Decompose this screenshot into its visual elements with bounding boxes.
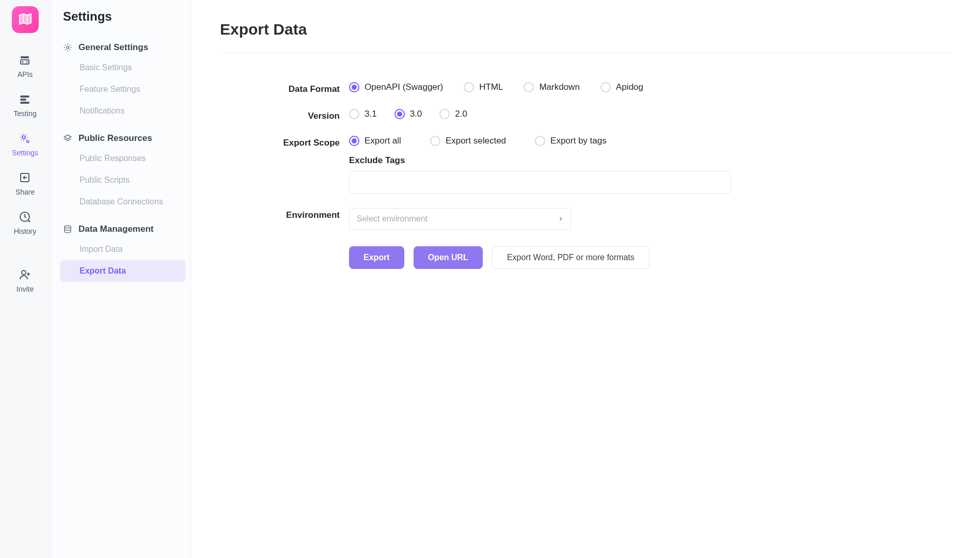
group-general-settings[interactable]: General Settings: [60, 38, 185, 57]
radio-label: Markdown: [539, 82, 579, 92]
label-environment: Environment: [220, 208, 349, 220]
group-label: Data Management: [78, 224, 153, 234]
radio-label: 2.0: [455, 109, 467, 119]
select-environment[interactable]: Select environment: [349, 208, 571, 230]
rail-label: Settings: [12, 149, 38, 157]
rail-label: APIs: [18, 70, 33, 78]
radio-label: OpenAPI (Swagger): [365, 82, 443, 92]
svg-point-12: [67, 46, 69, 49]
history-icon: [19, 211, 31, 223]
subitem-notifications[interactable]: Notifications: [60, 100, 185, 122]
label-exclude-tags: Exclude Tags: [349, 155, 951, 166]
rail-invite[interactable]: Invite: [3, 261, 48, 300]
svg-point-1: [22, 61, 24, 63]
subitem-import-data[interactable]: Import Data: [60, 238, 185, 260]
group-data-management[interactable]: Data Management: [60, 220, 185, 238]
invite-icon: [19, 268, 31, 281]
open-url-button[interactable]: Open URL: [414, 246, 483, 269]
radio-icon: [600, 82, 611, 92]
rail-testing[interactable]: Testing: [3, 86, 48, 125]
radio-icon: [349, 136, 359, 146]
radio-html[interactable]: HTML: [464, 82, 503, 92]
label-version: Version: [220, 109, 349, 121]
settings-icon: [19, 132, 31, 145]
subitem-public-scripts[interactable]: Public Scripts: [60, 169, 185, 191]
radio-openapi[interactable]: OpenAPI (Swagger): [349, 82, 443, 92]
svg-rect-5: [20, 99, 26, 101]
subitem-database-connections[interactable]: Database Connections: [60, 191, 185, 213]
input-exclude-tags[interactable]: [349, 171, 731, 194]
rail-apis[interactable]: APIs: [3, 46, 48, 86]
svg-rect-3: [21, 60, 29, 64]
radio-label: Apidog: [616, 82, 643, 92]
settings-sidebar: Settings General Settings Basic Settings…: [51, 0, 191, 558]
subitem-public-responses[interactable]: Public Responses: [60, 148, 185, 169]
rail-label: Share: [15, 188, 35, 196]
radio-export-selected[interactable]: Export selected: [430, 136, 506, 146]
apis-icon: [19, 54, 31, 66]
app-logo[interactable]: [12, 6, 39, 33]
radio-markdown[interactable]: Markdown: [524, 82, 579, 92]
divider: [220, 53, 951, 53]
svg-point-7: [22, 136, 25, 139]
radio-label: HTML: [479, 82, 503, 92]
radio-export-by-tags[interactable]: Export by tags: [535, 136, 607, 146]
svg-rect-4: [20, 95, 29, 98]
main-content: Export Data Data Format OpenAPI (Swagger…: [191, 0, 980, 558]
settings-title: Settings: [60, 9, 185, 24]
testing-icon: [19, 93, 31, 105]
svg-point-11: [22, 270, 26, 275]
export-button[interactable]: Export: [349, 246, 404, 269]
rail-settings[interactable]: Settings: [3, 125, 48, 164]
radio-icon: [430, 136, 440, 146]
label-data-format: Data Format: [220, 82, 349, 94]
svg-rect-6: [20, 102, 29, 104]
subitem-export-data[interactable]: Export Data: [60, 260, 185, 282]
more-formats-button[interactable]: Export Word, PDF or more formats: [492, 246, 650, 269]
svg-rect-0: [21, 56, 29, 58]
radio-label: 3.0: [410, 109, 422, 119]
rail-label: History: [14, 227, 37, 235]
gear-icon: [63, 43, 72, 52]
share-icon: [19, 171, 31, 184]
subitem-feature-settings[interactable]: Feature Settings: [60, 78, 185, 100]
rail-share[interactable]: Share: [3, 164, 48, 203]
radio-icon: [524, 82, 534, 92]
radio-icon: [535, 136, 545, 146]
radio-export-all[interactable]: Export all: [349, 136, 401, 146]
map-icon: [18, 12, 33, 27]
group-label: Public Resources: [78, 133, 152, 144]
label-export-scope: Export Scope: [220, 136, 349, 148]
layers-icon: [63, 134, 72, 143]
side-rail: APIs Testing Settings Share History Invi…: [0, 0, 51, 558]
page-title: Export Data: [220, 21, 951, 38]
radio-apidog[interactable]: Apidog: [600, 82, 643, 92]
radio-label: Export by tags: [550, 136, 607, 146]
radio-label: Export selected: [446, 136, 506, 146]
radio-icon: [349, 82, 359, 92]
group-label: General Settings: [78, 42, 148, 53]
radio-icon: [394, 109, 405, 119]
subitem-basic-settings[interactable]: Basic Settings: [60, 57, 185, 78]
select-placeholder: Select environment: [357, 214, 428, 224]
rail-label: Invite: [17, 285, 34, 293]
svg-point-13: [65, 226, 71, 228]
radio-version-30[interactable]: 3.0: [394, 109, 422, 119]
rail-history[interactable]: History: [3, 203, 48, 243]
radio-version-20[interactable]: 2.0: [439, 109, 467, 119]
database-icon: [63, 225, 72, 234]
group-public-resources[interactable]: Public Resources: [60, 129, 185, 148]
svg-point-2: [26, 61, 28, 63]
radio-version-31[interactable]: 3.1: [349, 109, 377, 119]
rail-label: Testing: [13, 109, 36, 118]
radio-label: Export all: [365, 136, 401, 146]
radio-icon: [439, 109, 450, 119]
radio-icon: [464, 82, 474, 92]
radio-icon: [349, 109, 359, 119]
radio-label: 3.1: [365, 109, 377, 119]
